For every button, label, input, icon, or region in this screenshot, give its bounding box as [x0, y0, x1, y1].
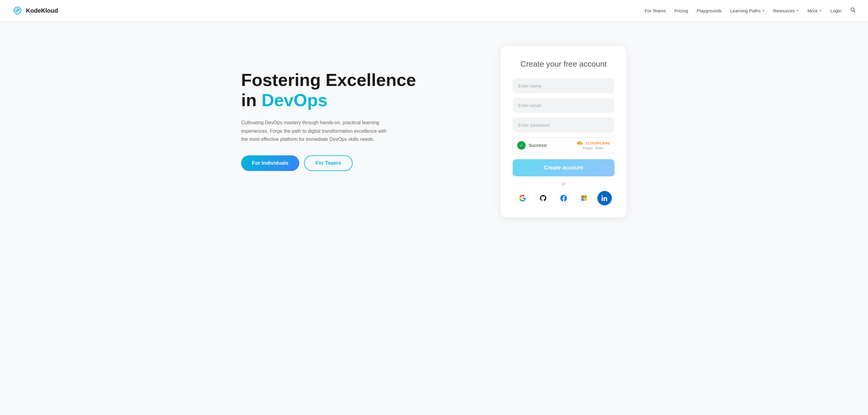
logo-icon — [12, 5, 23, 16]
hero-title-accent: DevOps — [261, 90, 328, 110]
hero-title: Fostering Excellence in DevOps — [241, 70, 422, 110]
captcha-success-area: ✓ Success! — [517, 141, 547, 150]
main-header: KodeKloud For Teams Pricing Playgrounds … — [0, 0, 868, 22]
captcha-widget[interactable]: ✓ Success! CLOUDFLARE Privacy · Terms — [513, 137, 615, 153]
captcha-checkmark-icon: ✓ — [517, 141, 526, 150]
cloudflare-links: Privacy · Terms — [583, 147, 603, 150]
hero-section: Fostering Excellence in DevOps Cultivati… — [241, 46, 422, 171]
nav-pricing[interactable]: Pricing — [675, 8, 688, 13]
cloudflare-text: CLOUDFLARE — [586, 142, 610, 145]
main-content: Fostering Excellence in DevOps Cultivati… — [223, 22, 645, 415]
svg-rect-3 — [581, 196, 584, 198]
cloudflare-badge: CLOUDFLARE Privacy · Terms — [576, 141, 610, 150]
svg-rect-5 — [581, 198, 584, 201]
cloudflare-cloud-icon — [576, 141, 584, 146]
main-nav: For Teams Pricing Playgrounds Learning P… — [645, 7, 856, 14]
nav-playgrounds[interactable]: Playgrounds — [696, 8, 721, 13]
nav-login[interactable]: Login — [830, 8, 841, 13]
google-icon — [519, 195, 526, 202]
google-login-button[interactable] — [516, 191, 530, 205]
hero-description: Cultivating DevOps mastery through hands… — [241, 119, 392, 143]
github-icon — [540, 195, 547, 202]
resources-chevron-icon: ▼ — [796, 9, 799, 12]
linkedin-login-button[interactable] — [597, 191, 612, 205]
nav-learning-paths[interactable]: Learning Paths ▼ — [730, 8, 765, 13]
facebook-login-button[interactable] — [556, 191, 571, 205]
learning-paths-chevron-icon: ▼ — [762, 9, 765, 12]
more-chevron-icon: ▼ — [819, 9, 822, 12]
logo-text: KodeKloud — [26, 7, 58, 14]
github-login-button[interactable] — [536, 191, 550, 205]
for-individuals-button[interactable]: For Individuals — [241, 155, 299, 171]
nav-for-teams[interactable]: For Teams — [645, 8, 666, 13]
signup-form-card: Create your free account ✓ Success! CLOU… — [500, 46, 627, 218]
hero-buttons: For Individuals For Teams — [241, 155, 422, 171]
create-account-button[interactable]: Create account — [513, 159, 615, 176]
name-input[interactable] — [513, 79, 615, 93]
captcha-success-text: Success! — [529, 143, 547, 148]
facebook-icon — [560, 195, 567, 202]
svg-rect-4 — [584, 196, 587, 198]
cloudflare-logo: CLOUDFLARE — [576, 141, 610, 146]
logo[interactable]: KodeKloud — [12, 5, 58, 16]
nav-resources[interactable]: Resources ▼ — [773, 8, 799, 13]
svg-point-0 — [17, 8, 18, 10]
svg-line-2 — [854, 11, 855, 12]
search-icon[interactable] — [850, 7, 856, 14]
windows-login-button[interactable] — [577, 191, 591, 205]
linkedin-icon — [601, 195, 608, 201]
for-teams-button[interactable]: For Teams — [304, 155, 352, 171]
email-input[interactable] — [513, 98, 615, 113]
password-input[interactable] — [513, 118, 615, 132]
windows-icon — [581, 195, 587, 201]
form-title: Create your free account — [513, 59, 615, 69]
nav-more[interactable]: More ▼ — [807, 8, 822, 13]
social-login-row — [513, 191, 615, 205]
or-divider: or — [513, 181, 615, 186]
svg-rect-6 — [584, 198, 587, 201]
